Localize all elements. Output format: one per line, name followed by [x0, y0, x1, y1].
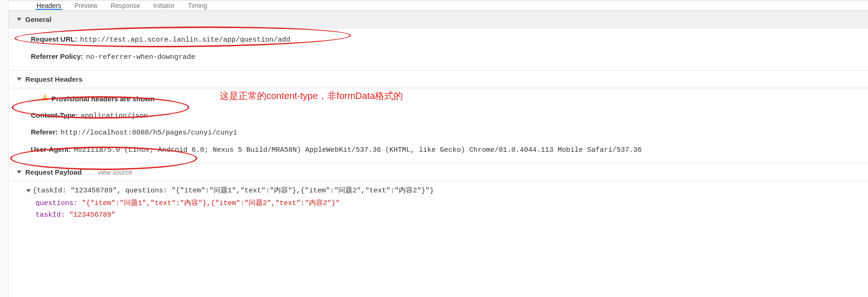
payload-summary-suffix: } [430, 187, 434, 195]
row-referrer-policy: Referrer Policy: no-referrer-when-downgr… [8, 49, 868, 66]
tab-initiator[interactable]: Initiator [153, 2, 175, 9]
svg-rect-0 [44, 96, 45, 99]
row-provisional: Provisional headers are shown [8, 91, 868, 107]
section-general-body: Request URL: http://test.api.score.lanli… [8, 28, 868, 70]
section-title: General [25, 15, 51, 23]
payload-taskid-key: taskId: [36, 211, 65, 219]
chevron-down-icon [17, 18, 22, 21]
payload-summary-prefix: {taskId: [33, 187, 71, 195]
content-type-value: application/json [81, 111, 148, 122]
payload-questions-key: questions: [36, 199, 78, 207]
payload-summary-questions: "{"item":"问题1","text":"内容"},{"item":"问题2… [172, 187, 430, 195]
view-source-link[interactable]: view source [98, 169, 132, 176]
payload-summary-mid: , questions: [117, 187, 172, 195]
tab-preview[interactable]: Preview [74, 2, 98, 9]
payload-questions-line: questions: "{"item":"问题1","text":"内容"},{… [26, 197, 868, 209]
annotation-text: 这是正常的content-type，非formData格式的 [220, 90, 403, 102]
chevron-down-icon [26, 189, 31, 192]
provisional-text: Provisional headers are shown [51, 94, 155, 105]
payload-taskid-line: taskId: "123456789" [26, 209, 868, 221]
referer-label: Referer: [31, 127, 58, 138]
headers-panel: Headers Preview Response Initiator Timin… [8, 0, 868, 235]
payload-summary-taskid: "123456789" [71, 187, 117, 195]
row-user-agent: User-Agent: Mozilla/5.0 (Linux; Android … [8, 141, 868, 159]
warning-icon [41, 94, 49, 101]
tab-response[interactable]: Response [111, 2, 140, 9]
row-referer: Referer: http://localhost:8080/h5/pages/… [8, 124, 868, 141]
section-general-header[interactable]: General [8, 11, 868, 28]
section-title: Request Payload [25, 168, 82, 176]
request-url-label: Request URL: [31, 34, 77, 45]
payload-questions-value: "{"item":"问题1","text":"内容"},{"item":"问题2… [82, 199, 340, 207]
tabs-row: Headers Preview Response Initiator Timin… [8, 0, 868, 11]
row-content-type: Content-Type: application/json [8, 107, 868, 125]
section-request-payload-header[interactable]: Request Payload view source [8, 163, 868, 181]
svg-rect-1 [44, 99, 45, 100]
request-url-value: http://test.api.score.lanlin.site/app/qu… [80, 35, 290, 46]
referer-value: http://localhost:8080/h5/pages/cunyi/cun… [61, 128, 237, 139]
chevron-down-icon [17, 170, 22, 174]
referrer-policy-label: Referrer Policy: [31, 51, 83, 62]
content-type-label: Content-Type: [31, 110, 78, 121]
chevron-down-icon [17, 78, 22, 81]
gutter [0, 0, 8, 297]
referrer-policy-value: no-referrer-when-downgrade [86, 52, 195, 63]
payload-summary-line[interactable]: {taskId: "123456789", questions: "{"item… [26, 184, 868, 197]
section-request-headers-body: Provisional headers are shown Content-Ty… [8, 88, 868, 163]
tab-timing[interactable]: Timing [188, 2, 208, 9]
row-request-url: Request URL: http://test.api.score.lanli… [8, 31, 868, 49]
section-request-headers-header[interactable]: Request Headers [8, 70, 868, 88]
section-title: Request Headers [25, 75, 83, 83]
section-request-payload-body: {taskId: "123456789", questions: "{"item… [8, 181, 868, 235]
user-agent-value: Mozilla/5.0 (Linux; Android 6.0; Nexus 5… [74, 145, 642, 156]
user-agent-label: User-Agent: [31, 144, 71, 155]
tab-headers[interactable]: Headers [36, 2, 61, 9]
payload-taskid-value: "123456789" [69, 211, 115, 219]
